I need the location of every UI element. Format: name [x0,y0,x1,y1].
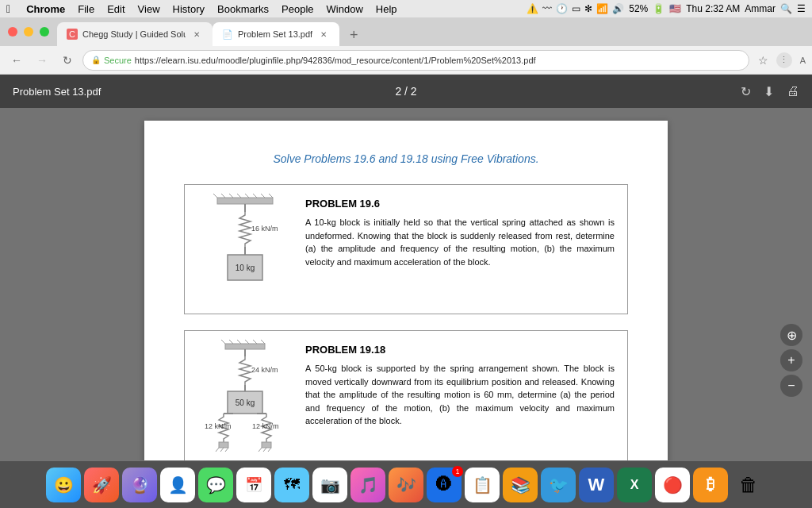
pdf-scrollable-area[interactable]: Solve Problems 19.6 and 19.18 using Free… [0,108,812,460]
svg-rect-28 [219,442,228,448]
chegg-tab-icon: C [67,29,78,40]
menu-edit[interactable]: Edit [107,3,124,15]
dock-ibooks[interactable]: 📚 [503,468,538,502]
pdf-page: Solve Problems 19.6 and 19.18 using Free… [144,121,668,460]
dock-appstore[interactable]: 🅐 1 [427,468,462,502]
zoom-in-button[interactable]: + [780,349,802,371]
warning-icon: ⚠️ [527,3,538,14]
svg-rect-34 [262,442,271,448]
problem-19-6-desc: A 10-kg block is initially held so that … [305,216,615,268]
new-tab-button[interactable]: + [343,24,365,46]
reminders-icon: 📋 [473,475,492,495]
chrome-icon: 🔴 [663,475,683,495]
svg-line-2 [221,194,225,198]
menu-chrome[interactable]: Chrome [26,3,65,15]
pdf-download-button[interactable]: ⬇ [764,84,774,99]
maximize-button[interactable] [40,27,49,37]
flag-icon: 🇺🇸 [669,3,681,14]
svg-line-8 [269,194,273,198]
trash-icon: 🗑 [739,474,758,496]
chegg-tab-close[interactable]: ✕ [190,28,203,40]
volume-icon: 🔊 [612,3,624,14]
calendar-icon: 📅 [245,476,262,494]
svg-line-16 [229,340,233,344]
back-button[interactable]: ← [6,50,27,71]
pdf-controls: ↻ ⬇ 🖨 [741,84,799,99]
tab-pdf[interactable]: 📄 Problem Set 13.pdf ✕ [213,22,339,46]
zoom-controls: ⊕ + − [780,324,802,397]
address-bar: ← → ↻ 🔒 Secure https://elearn.isu.edu/mo… [0,46,812,75]
svg-line-7 [261,194,265,198]
dock-music[interactable]: 🎶 [389,468,423,502]
problem-19-18-title: PROBLEM 19.18 [305,344,615,356]
zoom-out-button[interactable]: − [780,375,802,397]
close-button[interactable] [8,27,17,37]
problem-19-18-box: 24 kN/m 50 kg 12 kN/m [184,330,628,460]
minimize-button[interactable] [24,27,33,37]
dock-contacts[interactable]: 👤 [160,468,195,502]
lock-icon: 🔒 [91,56,101,64]
menu-window[interactable]: Window [327,3,363,15]
search-icon[interactable]: 🔍 [780,3,792,14]
dock-photos[interactable]: 📷 [312,468,347,502]
contacts-icon: 👤 [168,475,188,495]
svg-line-35 [259,448,262,452]
dock-excel[interactable]: X [617,468,652,502]
zoom-fit-button[interactable]: ⊕ [780,324,802,346]
photos-icon: 📷 [320,475,340,495]
pdf-tab-close[interactable]: ✕ [317,28,330,40]
btc-icon: ₿ [707,475,714,494]
dock-calendar[interactable]: 📅 [236,468,271,502]
problem-19-18-desc: A 50-kg block is supported by the spring… [305,362,615,428]
pdf-tab-label: Problem Set 13.pdf [238,29,312,39]
menu-bar:  Chrome File Edit View History Bookmark… [0,0,812,17]
clock-icon: 🕐 [556,3,568,14]
forward-button[interactable]: → [32,50,52,71]
word-icon: W [588,475,605,495]
apple-menu[interactable]:  [6,2,10,15]
address-input-container[interactable]: 🔒 Secure https://elearn.isu.edu/moodle/p… [82,50,749,71]
dock-maps[interactable]: 🗺 [274,468,309,502]
bookmark-star-icon[interactable]: ☆ [754,51,773,70]
messages-icon: 💬 [206,475,226,495]
pdf-print-button[interactable]: 🖨 [787,84,799,98]
user-name: Ammar [745,3,776,14]
url-display: https://elearn.isu.edu/moodle/pluginfile… [135,56,536,65]
menu-view[interactable]: View [138,3,160,15]
svg-line-31 [225,448,228,452]
notification-icon[interactable]: ☰ [797,3,806,14]
refresh-button[interactable]: ↻ [57,50,78,71]
dock-chrome[interactable]: 🔴 [655,468,690,502]
svg-line-3 [229,194,233,198]
itunes-icon: 🎵 [358,475,378,495]
tab-chegg[interactable]: C Chegg Study | Guided Solutio... ✕ [57,22,213,46]
dock-word[interactable]: W [579,468,614,502]
address-bar-right: ☆ ⋮ [754,51,792,70]
problem-19-6-box: 16 kN/m 10 kg PROBLEM 19.6 A 10-kg block… [184,184,628,314]
pdf-page-info: 2 / 2 [395,85,416,98]
dock-messages[interactable]: 💬 [198,468,233,502]
svg-line-15 [221,340,225,344]
menu-bookmarks[interactable]: Bookmarks [217,3,269,15]
pdf-refresh-button[interactable]: ↻ [741,84,751,99]
menu-help[interactable]: Help [376,3,397,15]
svg-line-5 [245,194,249,198]
dock-siri[interactable]: 🔮 [122,468,157,502]
svg-line-37 [268,448,271,452]
dock-launchpad[interactable]: 🚀 [84,468,119,502]
dock-reminders[interactable]: 📋 [465,468,500,502]
chrome-menu-icon[interactable]: ⋮ [776,52,792,68]
dock-finder[interactable]: 😀 [46,468,81,502]
menu-file[interactable]: File [78,3,94,15]
ibooks-icon: 📚 [511,475,530,495]
menu-people[interactable]: People [282,3,313,15]
page-title: Solve Problems 19.6 and 19.18 using Free… [184,152,628,165]
menu-history[interactable]: History [173,3,205,15]
problem-19-6-figure: 16 kN/m 10 kg [197,198,293,301]
dock-itunes[interactable]: 🎵 [350,468,385,502]
ithoughts-icon: 🐦 [549,475,569,495]
dock-trash[interactable]: 🗑 [731,468,766,502]
figure-19-18-svg: 24 kN/m 50 kg 12 kN/m [201,344,289,455]
dock-ithoughts[interactable]: 🐦 [541,468,576,502]
dock-btc[interactable]: ₿ [693,468,728,502]
